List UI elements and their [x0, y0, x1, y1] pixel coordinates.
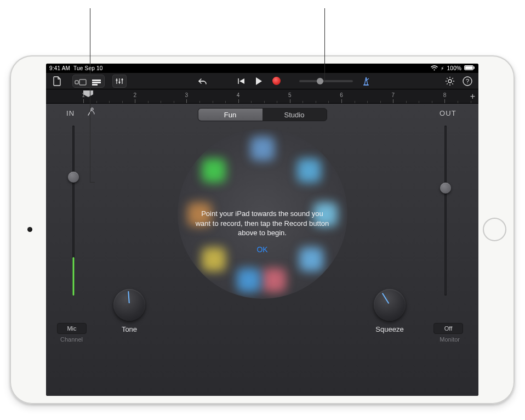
- svg-rect-5: [92, 80, 101, 81]
- output-level-slider[interactable]: [435, 126, 456, 296]
- ruler-number: 2: [133, 92, 136, 98]
- ruler-number: 8: [443, 92, 447, 98]
- output-level-thumb[interactable]: [440, 183, 451, 194]
- ruler-number: 5: [288, 92, 292, 98]
- preset-wheel[interactable]: Point your iPad towards the sound you wa…: [178, 129, 347, 299]
- tone-label: Tone: [110, 325, 149, 333]
- svg-point-9: [118, 81, 120, 83]
- tracks-view-icon[interactable]: [89, 76, 104, 89]
- play-button[interactable]: [251, 75, 266, 88]
- squeeze-knob-pointer: [382, 293, 389, 304]
- svg-rect-7: [92, 84, 98, 86]
- ipad-home-button[interactable]: [483, 218, 506, 241]
- battery-icon: [464, 65, 475, 71]
- add-section-icon[interactable]: +: [470, 92, 475, 101]
- metronome-icon[interactable]: [358, 75, 374, 88]
- help-icon[interactable]: ?: [460, 75, 475, 88]
- browser-view-icon[interactable]: [73, 76, 88, 89]
- ios-status-bar: 9:41 AM Tue Sep 10 ⚡︎ 100%: [46, 64, 478, 73]
- monitor-label: Monitor: [440, 336, 460, 343]
- noise-gate-icon[interactable]: [86, 107, 96, 120]
- tone-knob-pointer: [128, 291, 130, 303]
- channel-label: Channel: [60, 336, 83, 343]
- ipad-screen: 9:41 AM Tue Sep 10 ⚡︎ 100%: [46, 64, 478, 396]
- ruler-number: 3: [185, 92, 189, 98]
- ruler-number: 4: [237, 92, 240, 98]
- volume-thumb[interactable]: [317, 78, 323, 84]
- svg-rect-4: [79, 80, 86, 85]
- record-icon: [272, 77, 281, 85]
- mode-segmented-control: Fun Studio: [198, 108, 327, 121]
- ipad-device: 9:41 AM Tue Sep 10 ⚡︎ 100%: [10, 55, 515, 404]
- out-label: OUT: [440, 109, 456, 117]
- channel-value: Mic: [67, 325, 76, 332]
- tab-studio[interactable]: Studio: [262, 109, 327, 121]
- status-time: 9:41 AM: [49, 65, 70, 71]
- hint-ok-button[interactable]: OK: [194, 245, 331, 255]
- my-songs-icon[interactable]: [49, 75, 65, 88]
- svg-rect-6: [92, 82, 101, 83]
- tone-knob[interactable]: [113, 289, 145, 321]
- tab-fun[interactable]: Fun: [198, 109, 262, 121]
- squeeze-knob-group: Squeeze: [370, 289, 409, 333]
- ruler-number: 7: [391, 92, 395, 98]
- tone-knob-group: Tone: [110, 289, 149, 333]
- ruler-number: 1: [82, 92, 85, 98]
- status-date: Tue Sep 10: [73, 65, 102, 71]
- recording-hint-text: Point your iPad towards the sound you wa…: [194, 209, 331, 238]
- track-controls-icon[interactable]: [112, 75, 127, 88]
- svg-rect-3: [75, 81, 78, 84]
- input-level-slider[interactable]: [62, 126, 84, 296]
- record-button[interactable]: [269, 75, 284, 88]
- wifi-icon: [431, 65, 438, 72]
- in-label: IN: [66, 109, 75, 117]
- master-volume-slider[interactable]: [296, 75, 356, 88]
- svg-text:?: ?: [466, 78, 469, 84]
- svg-point-14: [91, 108, 93, 110]
- settings-icon[interactable]: [442, 75, 458, 88]
- timeline-ruler[interactable]: + 12345678: [46, 89, 478, 104]
- status-battery-pct: 100%: [447, 65, 461, 71]
- audio-recorder-view: IN OUT Fun Studio: [46, 104, 478, 396]
- app-toolbar: ?: [46, 73, 478, 89]
- input-level-thumb[interactable]: [68, 172, 79, 183]
- recording-hint: Point your iPad towards the sound you wa…: [194, 209, 331, 255]
- input-meter-fill: [73, 257, 75, 296]
- squeeze-knob[interactable]: [374, 289, 406, 321]
- svg-point-10: [121, 78, 123, 80]
- svg-rect-2: [474, 67, 475, 69]
- monitor-toggle-button[interactable]: Off: [433, 323, 463, 334]
- ipad-camera: [27, 227, 32, 232]
- ruler-number: 6: [340, 92, 343, 98]
- go-to-beginning-icon[interactable]: [233, 75, 249, 88]
- svg-point-11: [448, 80, 452, 83]
- undo-icon[interactable]: [195, 75, 210, 88]
- monitor-value: Off: [444, 325, 452, 332]
- channel-select-button[interactable]: Mic: [57, 323, 87, 334]
- play-icon: [256, 77, 262, 85]
- svg-point-8: [116, 79, 117, 81]
- volume-track: [299, 80, 353, 82]
- view-toggle-group: [72, 75, 105, 88]
- squeeze-label: Squeeze: [370, 325, 409, 333]
- svg-rect-1: [465, 66, 473, 70]
